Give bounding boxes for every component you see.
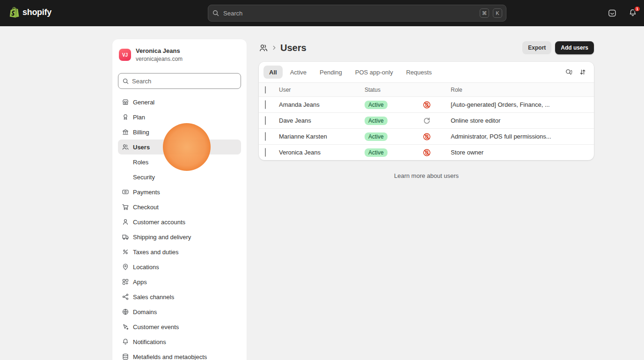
user-role: [Auto-generated] Orders, Finance, ... [451, 101, 588, 108]
person-icon [122, 218, 129, 226]
global-search-input[interactable] [223, 10, 476, 17]
card-footer: Learn more about users [259, 171, 594, 180]
sidebar-item-shipping[interactable]: Shipping and delivery [118, 229, 241, 244]
store-profile[interactable]: VJ Veronica Jeans veronicajeans.com [118, 45, 241, 63]
users-icon [122, 143, 129, 151]
sidebar-item-users[interactable]: Users [118, 140, 241, 154]
pin-icon [122, 263, 129, 271]
column-header-role: Role [451, 87, 588, 93]
bell-icon [122, 338, 129, 345]
topbar-actions: 1 [605, 6, 640, 21]
settings-sidebar: VJ Veronica Jeans veronicajeans.com [112, 39, 247, 360]
tab-requests[interactable]: Requests [401, 66, 438, 79]
sidebar-item-label: Apps [133, 279, 147, 286]
tabs-row: All Active Pending POS app-only Requests [259, 62, 594, 82]
chevron-right-icon [271, 44, 278, 51]
sidebar-item-notifications[interactable]: Notifications [118, 334, 241, 349]
row-checkbox[interactable] [265, 148, 266, 157]
sidebar-item-label: Shipping and delivery [133, 234, 191, 241]
payments-icon [122, 188, 129, 196]
sidebar-item-billing[interactable]: Billing [118, 125, 241, 140]
inbox-icon [607, 8, 617, 18]
k-key-badge: K [493, 8, 502, 18]
settings-search-input[interactable] [132, 78, 237, 85]
user-name[interactable]: Marianne Karsten [279, 133, 365, 140]
tab-active[interactable]: Active [285, 66, 312, 79]
shopify-logo[interactable]: shopify [9, 7, 51, 18]
sidebar-item-label: Security [133, 174, 155, 181]
search-icon [212, 9, 220, 17]
sidebar-item-metafields[interactable]: Metafields and metaobjects [118, 349, 241, 360]
user-name[interactable]: Amanda Jeans [279, 101, 365, 108]
topbar: shopify ⌘ K [0, 0, 644, 26]
user-name[interactable]: Dave Jeans [279, 117, 365, 124]
sidebar-item-label: Taxes and duties [133, 249, 179, 256]
sidebar-item-apps[interactable]: Apps [118, 274, 241, 289]
sidebar-item-label: Users [133, 144, 150, 151]
user-role: Online store editor [451, 117, 588, 124]
table-header-row: User Status Role [259, 82, 594, 96]
pos-blocked-icon [423, 148, 451, 157]
settings-search[interactable] [118, 73, 241, 89]
users-breadcrumb-icon [259, 43, 268, 52]
table-row[interactable]: Marianne Karsten Active Administrator, P… [259, 128, 594, 144]
search-filter-icon [565, 68, 573, 76]
notification-count-badge: 1 [634, 6, 641, 12]
learn-more-link[interactable]: Learn more about users [394, 172, 459, 179]
users-table-card: All Active Pending POS app-only Requests [259, 62, 594, 160]
pos-blocked-icon [423, 132, 451, 141]
sidebar-item-general[interactable]: General [118, 95, 241, 110]
sidebar-item-customer-accounts[interactable]: Customer accounts [118, 214, 241, 229]
user-role: Administrator, POS full permissions... [451, 133, 588, 140]
add-users-button[interactable]: Add users [555, 41, 594, 54]
sidebar-item-label: Notifications [133, 338, 166, 345]
select-all-checkbox[interactable] [265, 86, 266, 94]
global-search[interactable]: ⌘ K [208, 5, 506, 22]
plan-icon [122, 113, 129, 121]
notifications-button[interactable]: 1 [625, 6, 640, 21]
table-row[interactable]: Veronica Jeans Active Store owner [259, 144, 594, 160]
sidebar-item-locations[interactable]: Locations [118, 259, 241, 274]
sort-button[interactable] [576, 66, 589, 79]
sidebar-item-label: Billing [133, 129, 149, 136]
row-checkbox[interactable] [265, 100, 266, 109]
shopify-logo-text: shopify [22, 7, 51, 17]
sidebar-item-roles[interactable]: Roles [118, 154, 241, 169]
sort-icon [579, 68, 586, 76]
billing-icon [122, 128, 129, 136]
sidebar-item-label: Domains [133, 309, 157, 316]
sidebar-item-customer-events[interactable]: Customer events [118, 319, 241, 334]
table-row[interactable]: Amanda Jeans Active [Auto-generated] Ord… [259, 96, 594, 112]
sidebar-item-label: General [133, 99, 154, 106]
table-actions [562, 66, 589, 79]
sidebar-item-label: Plan [133, 114, 145, 121]
header-actions: Export Add users [522, 41, 594, 54]
sidebar-item-plan[interactable]: Plan [118, 110, 241, 125]
user-name[interactable]: Veronica Jeans [279, 149, 365, 156]
sidebar-item-label: Roles [133, 159, 148, 166]
sidebar-item-payments[interactable]: Payments [118, 184, 241, 199]
export-button[interactable]: Export [522, 41, 551, 54]
row-checkbox[interactable] [265, 116, 266, 125]
sidebar-item-domains[interactable]: Domains [118, 304, 241, 319]
sidebar-item-taxes[interactable]: Taxes and duties [118, 244, 241, 259]
cursor-icon [122, 323, 129, 331]
inbox-button[interactable] [605, 6, 620, 21]
table-row[interactable]: Dave Jeans Active Online store editor [259, 112, 594, 128]
metafields-icon [122, 353, 129, 360]
page-title: Users [280, 43, 307, 53]
tab-all[interactable]: All [263, 66, 283, 79]
sidebar-item-sales-channels[interactable]: Sales channels [118, 289, 241, 304]
sidebar-item-label: Checkout [133, 204, 159, 211]
globe-icon [122, 308, 129, 316]
sidebar-item-checkout[interactable]: Checkout [118, 199, 241, 214]
tab-pending[interactable]: Pending [314, 66, 348, 79]
row-checkbox[interactable] [265, 132, 266, 141]
status-badge: Active [365, 117, 388, 125]
column-header-user: User [279, 87, 365, 93]
column-header-status: Status [365, 87, 423, 93]
tab-pos-app-only[interactable]: POS app-only [350, 66, 399, 79]
sidebar-item-security[interactable]: Security [118, 169, 241, 184]
user-role: Store owner [451, 149, 588, 156]
search-filter-button[interactable] [562, 66, 575, 79]
